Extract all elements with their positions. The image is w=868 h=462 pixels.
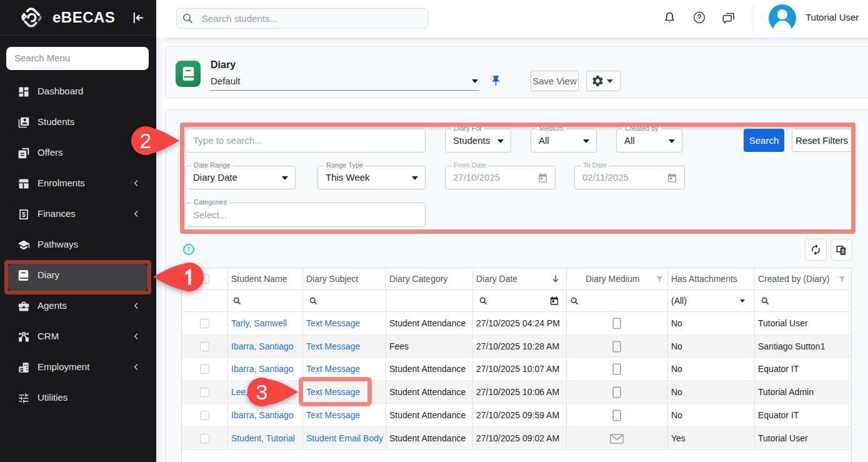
svg-text:$: $ — [22, 211, 26, 218]
